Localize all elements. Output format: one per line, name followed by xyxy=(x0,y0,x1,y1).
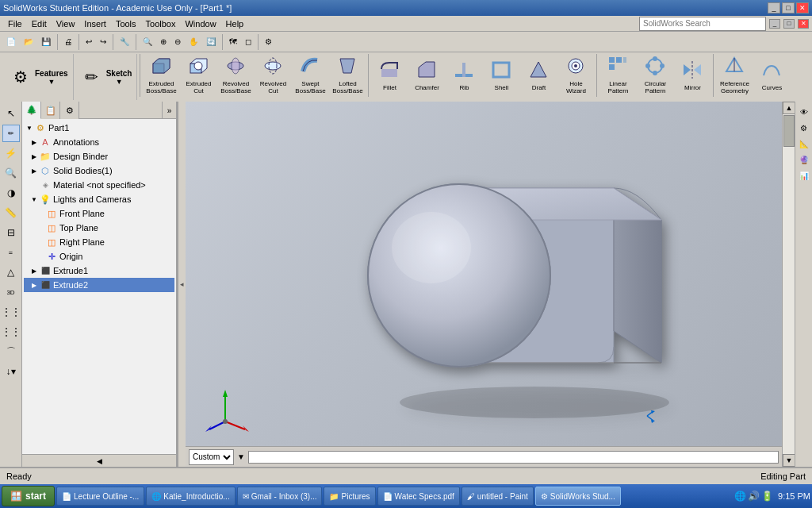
taskbar-gmail[interactable]: ✉ Gmail - Inbox (3)... xyxy=(237,487,323,506)
tree-extrude1[interactable]: ▶ ⬛ Extrude1 xyxy=(24,264,174,278)
scroll-h-bar[interactable] xyxy=(248,451,779,464)
menu-file[interactable]: File xyxy=(3,17,27,30)
tree-tab-property[interactable]: 📋 xyxy=(41,102,60,119)
menu-edit[interactable]: Edit xyxy=(27,17,52,30)
window-restore-btn[interactable]: □ xyxy=(783,19,795,29)
left-icon-arrow[interactable]: ↓▾ xyxy=(2,363,20,380)
tb-open[interactable]: 📂 xyxy=(21,33,36,51)
rp-icon5[interactable]: 📊 xyxy=(797,168,811,183)
tree-right-plane[interactable]: ◫ Right Plane xyxy=(24,235,174,249)
left-icon-select[interactable]: ↖ xyxy=(2,105,20,122)
tree-root-item[interactable]: ▼ ⚙ Part1 xyxy=(24,121,174,135)
menu-tools[interactable]: Tools xyxy=(111,17,141,30)
tool-linear-pattern[interactable]: LinearPattern xyxy=(599,54,636,97)
tree-collapse-btn[interactable]: ◀ xyxy=(22,454,176,467)
scroll-track[interactable] xyxy=(783,114,795,454)
tool-reference-geometry[interactable]: ReferenceGeometry xyxy=(716,54,753,97)
tool-extruded-cut[interactable]: ExtrudedCut xyxy=(180,54,216,97)
tb-print[interactable]: 🖨 xyxy=(61,33,75,51)
taskbar-katie[interactable]: 🌐 Katie_Introductio... xyxy=(146,487,235,506)
left-icon-3d[interactable]: 3D xyxy=(2,283,20,301)
tb-rebuild[interactable]: 🔧 xyxy=(117,33,132,51)
left-icon-smart[interactable]: ⚡ xyxy=(2,144,20,162)
tb-redo[interactable]: ↪ xyxy=(97,33,109,51)
left-icon-ref[interactable]: △ xyxy=(2,264,20,281)
tool-rib[interactable]: Rib xyxy=(446,54,482,97)
rp-icon1[interactable]: 👁 xyxy=(797,105,811,119)
tree-extrude2[interactable]: ▶ ⬛ Extrude2 xyxy=(24,278,174,292)
menu-help[interactable]: Help xyxy=(221,17,249,30)
tree-resize-handle[interactable]: ◂ xyxy=(178,102,186,467)
viewport[interactable]: Custom ▼ xyxy=(186,102,782,467)
tool-circular-pattern[interactable]: CircularPattern xyxy=(637,54,673,97)
tree-solid-bodies[interactable]: ▶ ⬡ Solid Bodies(1) xyxy=(24,164,174,178)
scroll-down-btn[interactable]: ▼ xyxy=(783,454,795,467)
tb-rotate[interactable]: 🔄 xyxy=(203,33,219,51)
sketch-tab[interactable]: ✏ Sketch ▼ xyxy=(79,64,132,90)
window-minimize-btn[interactable]: _ xyxy=(769,19,780,29)
tb-save[interactable]: 💾 xyxy=(38,33,54,51)
menu-insert[interactable]: Insert xyxy=(79,17,111,30)
search-input[interactable] xyxy=(639,17,766,31)
left-icon-curve[interactable]: ⌒ xyxy=(2,343,20,360)
minimize-button[interactable]: _ xyxy=(768,2,780,13)
left-icon-search[interactable]: 🔍 xyxy=(2,164,20,182)
tool-draft[interactable]: Draft xyxy=(520,54,557,97)
left-icon-equat[interactable]: = xyxy=(2,244,20,261)
tool-extruded-boss[interactable]: ExtrudedBoss/Base xyxy=(143,54,179,97)
tree-annotations[interactable]: ▶ A Annotations xyxy=(24,135,174,149)
start-button[interactable]: 🪟 start xyxy=(2,486,55,506)
tb-new[interactable]: 📄 xyxy=(3,33,19,51)
tb-zoom-out[interactable]: ⊖ xyxy=(171,33,184,51)
tool-fillet[interactable]: Fillet xyxy=(371,54,408,97)
taskbar-watec[interactable]: 📄 Watec Specs.pdf xyxy=(377,487,460,506)
tree-tab-feature[interactable]: 🌲 xyxy=(22,102,41,119)
window-close-btn[interactable]: ✕ xyxy=(798,19,809,29)
tool-lofted-boss[interactable]: LoftedBoss/Base xyxy=(329,54,366,97)
tool-mirror[interactable]: Mirror xyxy=(674,54,710,97)
taskbar-solidworks[interactable]: ⚙ SolidWorks Stud... xyxy=(535,487,621,506)
tree-tab-config[interactable]: ⚙ xyxy=(60,102,79,119)
menu-view[interactable]: View xyxy=(52,17,80,30)
menu-toolbox[interactable]: Toolbox xyxy=(141,17,181,30)
scroll-thumb[interactable] xyxy=(783,115,795,147)
restore-button[interactable]: □ xyxy=(782,2,795,13)
taskbar-pictures[interactable]: 📁 Pictures xyxy=(324,487,375,506)
tb-zoom-fit[interactable]: 🔍 xyxy=(140,33,155,51)
tool-shell[interactable]: Shell xyxy=(483,54,519,97)
tool-hole-wizard[interactable]: HoleWizard xyxy=(557,54,594,97)
left-icon-dots[interactable]: ⋮⋮ xyxy=(2,303,20,321)
tb-view-orient[interactable]: 🗺 xyxy=(226,33,240,51)
tb-display[interactable]: ◻ xyxy=(242,33,255,51)
taskbar-lecture[interactable]: 📄 Lecture Outline -... xyxy=(56,487,144,506)
taskbar-paint[interactable]: 🖌 untitled - Paint xyxy=(462,487,534,506)
left-icon-sketch[interactable]: ✏ xyxy=(2,125,20,142)
tb-options[interactable]: ⚙ xyxy=(262,33,275,51)
tool-curves[interactable]: Curves xyxy=(753,54,790,97)
tb-zoom-in[interactable]: ⊕ xyxy=(157,33,170,51)
tool-swept-boss[interactable]: SweptBoss/Base xyxy=(292,54,328,97)
menu-window[interactable]: Window xyxy=(180,17,220,30)
view-select[interactable]: Custom xyxy=(189,449,234,465)
v-scrollbar[interactable]: ▲ ▼ xyxy=(782,102,795,467)
tree-origin[interactable]: ✛ Origin xyxy=(24,249,174,264)
scroll-up-btn[interactable]: ▲ xyxy=(783,102,795,114)
tree-material[interactable]: ◈ Material <not specified> xyxy=(24,178,174,192)
tree-top-plane[interactable]: ◫ Top Plane xyxy=(24,221,174,235)
tool-revolved-cut[interactable]: RevolvedCut xyxy=(255,54,291,97)
left-icon-sect[interactable]: ⊟ xyxy=(2,224,20,241)
close-button[interactable]: ✕ xyxy=(796,2,809,13)
tree-lights[interactable]: ▼ 💡 Lights and Cameras xyxy=(24,192,174,206)
left-icon-appear[interactable]: ◑ xyxy=(2,184,20,202)
tree-front-plane[interactable]: ◫ Front Plane xyxy=(24,206,174,221)
left-icon-dots2[interactable]: ⋮⋮ xyxy=(2,323,20,341)
tool-revolved-boss[interactable]: RevolvedBoss/Base xyxy=(217,54,254,97)
rp-icon3[interactable]: 📐 xyxy=(797,137,811,151)
tb-undo[interactable]: ↩ xyxy=(82,33,95,51)
features-tab[interactable]: ⚙ Features ▼ xyxy=(8,64,68,90)
left-icon-measure[interactable]: 📏 xyxy=(2,204,20,221)
tool-chamfer[interactable]: Chamfer xyxy=(408,54,445,97)
tree-design-binder[interactable]: ▶ 📁 Design Binder xyxy=(24,149,174,164)
tree-expand-btn[interactable]: » xyxy=(162,102,176,119)
rp-icon2[interactable]: ⚙ xyxy=(797,121,811,135)
